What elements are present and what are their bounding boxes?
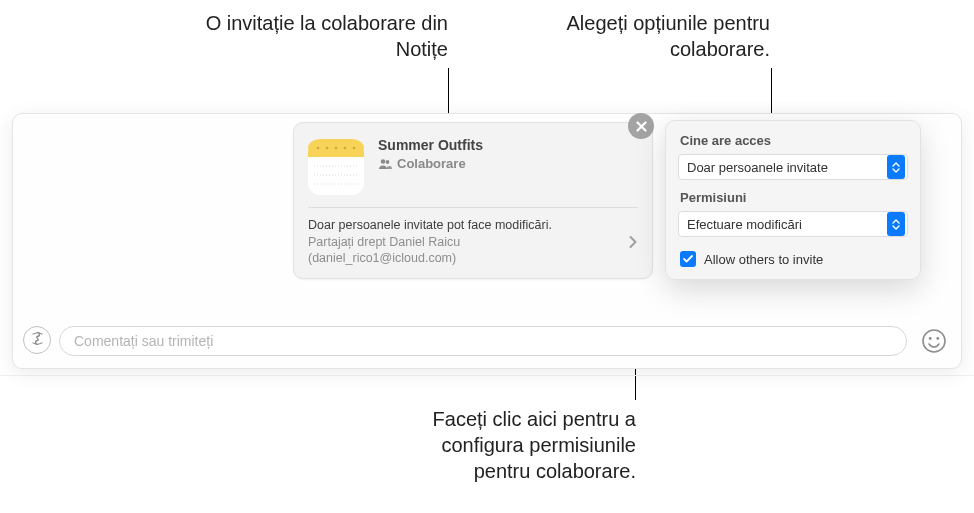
collab-options-popover: Cine are acces Doar persoanele invitate … <box>665 120 921 280</box>
svg-point-15 <box>936 337 939 340</box>
permissions-line1: Doar persoanele invitate pot face modifi… <box>308 218 622 232</box>
card-subtitle: Colaborare <box>397 156 466 171</box>
card-title: Summer Outfits <box>378 137 483 153</box>
callout-permissions: Faceți clic aici pentru a configura perm… <box>406 406 636 484</box>
smiley-icon <box>921 328 947 354</box>
permissions-select[interactable]: Efectuare modificări <box>678 211 908 237</box>
collab-invite-card: Summer Outfits Colaborare Doar persoanel… <box>293 122 653 279</box>
share-as-email: (daniel_rico1@icloud.com) <box>308 250 622 266</box>
permissions-value: Efectuare modificări <box>687 217 887 232</box>
apps-button[interactable] <box>23 326 51 354</box>
group-icon <box>378 157 392 171</box>
emoji-button[interactable] <box>921 328 947 354</box>
check-icon <box>683 255 693 263</box>
access-value: Doar persoanele invitate <box>687 160 887 175</box>
message-input[interactable] <box>74 333 892 349</box>
allow-others-row[interactable]: Allow others to invite <box>666 247 920 267</box>
card-title-block: Summer Outfits Colaborare <box>378 137 483 171</box>
permissions-label: Permisiuni <box>666 190 920 211</box>
compose-window: Summer Outfits Colaborare Doar persoanel… <box>12 113 962 369</box>
callout-leader <box>771 68 772 115</box>
allow-others-label: Allow others to invite <box>704 252 823 267</box>
access-select[interactable]: Doar persoanele invitate <box>678 154 908 180</box>
card-subtitle-row: Colaborare <box>378 156 483 171</box>
svg-point-12 <box>386 160 390 164</box>
permissions-summary-row[interactable]: Doar persoanele invitate pot face modifi… <box>294 208 652 278</box>
callout-options: Alegeți opțiunile pentru colaborare. <box>560 10 770 62</box>
allow-others-checkbox[interactable] <box>680 251 696 267</box>
svg-point-7 <box>353 147 356 150</box>
svg-point-5 <box>335 147 338 150</box>
svg-point-13 <box>923 330 945 352</box>
notes-app-icon <box>308 139 364 195</box>
divider <box>0 375 974 376</box>
share-as-line: Partajați drept Daniel Raicu <box>308 234 622 250</box>
access-label: Cine are acces <box>666 133 920 154</box>
callout-leader <box>448 68 449 115</box>
svg-point-6 <box>344 147 347 150</box>
close-icon <box>636 121 647 132</box>
select-stepper-icon <box>887 212 905 236</box>
select-stepper-icon <box>887 155 905 179</box>
callout-invite: O invitație la colaborare din Notițe <box>158 10 448 62</box>
chevron-right-icon <box>628 235 638 249</box>
svg-point-14 <box>929 337 932 340</box>
apps-icon <box>30 331 45 350</box>
svg-point-11 <box>381 159 386 164</box>
card-header: Summer Outfits Colaborare <box>294 123 652 207</box>
close-button[interactable] <box>628 113 654 139</box>
message-input-wrap[interactable] <box>59 326 907 356</box>
svg-rect-2 <box>308 151 364 157</box>
permissions-summary: Doar persoanele invitate pot face modifi… <box>308 218 622 266</box>
svg-point-4 <box>326 147 329 150</box>
svg-point-3 <box>317 147 320 150</box>
